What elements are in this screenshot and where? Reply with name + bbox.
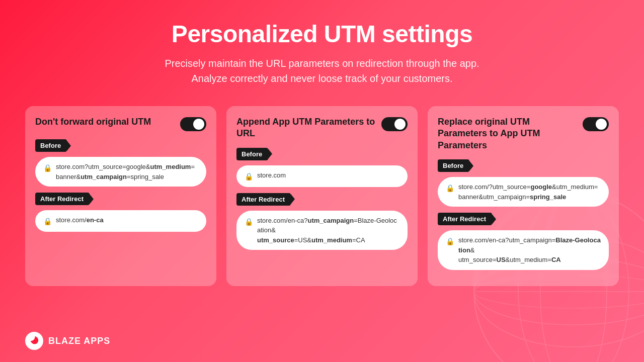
after-url-text-2: store.com/en-ca?utm_campaign=Blaze-Geolo… — [257, 216, 399, 245]
card-dont-forward: Don't forward original UTM Before 🔒 stor… — [25, 106, 216, 286]
after-badge-3: After Redirect — [438, 213, 492, 225]
logo-text: BLAZE APPS — [48, 336, 110, 346]
after-badge-2: After Redirect — [236, 193, 291, 206]
lock-icon-2: 🔒 — [245, 171, 253, 182]
lock-icon-1b: 🔒 — [43, 216, 52, 227]
after-url-text-3: store.com/en-ca?utm_campaign=Blaze-Geolo… — [458, 235, 601, 265]
card-header-3: Replace original UTM Parameters to App U… — [438, 116, 609, 151]
before-url-box-2: 🔒 store.com — [236, 165, 408, 187]
lock-icon-2b: 🔒 — [245, 217, 253, 227]
before-url-box-1: 🔒 store.com?utm_source=google&utm_medium… — [35, 157, 206, 187]
card-append-utm: Append App UTM Parameters to URL Before … — [226, 106, 418, 286]
before-badge-1: Before — [35, 139, 67, 152]
before-url-text-2: store.com — [257, 170, 286, 180]
cards-container: Don't forward original UTM Before 🔒 stor… — [0, 101, 644, 296]
before-url-box-3: 🔒 store.com/?utm_source=google&utm_mediu… — [438, 177, 609, 207]
toggle-2[interactable] — [381, 117, 408, 131]
toggle-3[interactable] — [583, 117, 609, 131]
toggle-1[interactable] — [180, 117, 206, 131]
before-url-text-1: store.com?utm_source=google&utm_medium=b… — [56, 162, 198, 182]
after-url-box-2: 🔒 store.com/en-ca?utm_campaign=Blaze-Geo… — [236, 211, 408, 250]
before-badge-3: Before — [438, 159, 469, 172]
page-title: Personalized UTM settings — [30, 20, 614, 48]
card-header-1: Don't forward original UTM — [35, 116, 206, 131]
header: Personalized UTM settings Precisely main… — [0, 0, 644, 101]
header-subtitle: Precisely maintain the URL parameters on… — [30, 56, 614, 86]
before-badge-2: Before — [236, 148, 268, 160]
after-url-text-1: store.com/en-ca — [56, 215, 104, 225]
logo: BLAZE APPS — [25, 332, 110, 350]
card-title-1: Don't forward original UTM — [35, 116, 175, 128]
after-badge-1: After Redirect — [35, 193, 90, 205]
blaze-icon — [29, 335, 40, 346]
card-title-3: Replace original UTM Parameters to App U… — [438, 116, 578, 151]
after-url-box-3: 🔒 store.com/en-ca?utm_campaign=Blaze-Geo… — [438, 230, 609, 270]
lock-icon-3: 🔒 — [446, 183, 454, 194]
lock-icon-1: 🔒 — [43, 163, 52, 173]
logo-icon — [25, 332, 43, 350]
card-replace-utm: Replace original UTM Parameters to App U… — [428, 106, 619, 286]
after-url-box-1: 🔒 store.com/en-ca — [35, 210, 206, 232]
before-url-text-3: store.com/?utm_source=google&utm_medium=… — [458, 182, 598, 202]
card-title-2: Append App UTM Parameters to URL — [236, 116, 376, 140]
lock-icon-3b: 🔒 — [446, 236, 454, 247]
card-header-2: Append App UTM Parameters to URL — [236, 116, 408, 140]
